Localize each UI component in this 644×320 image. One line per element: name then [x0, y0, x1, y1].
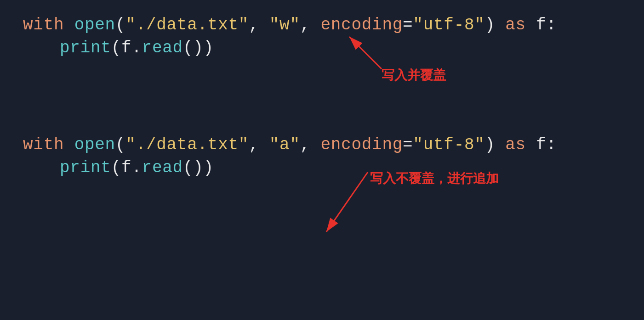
paren-read-2: ()): [183, 158, 214, 177]
main-container: with open("./data.txt", "w", encoding="u…: [0, 0, 644, 203]
str-mode-2: "a": [269, 135, 300, 154]
space-f-1: [526, 16, 536, 34]
paren-open-2: (: [115, 135, 125, 154]
var-f-2b: f: [121, 158, 131, 177]
space-2: [64, 135, 74, 154]
dot-2: .: [131, 158, 142, 177]
var-f-2: f: [536, 135, 546, 154]
str-path-1: "./data.txt": [125, 16, 249, 34]
var-f-1b: f: [121, 39, 131, 57]
comma-3: ,: [249, 135, 269, 154]
keyword-with-1: with: [23, 16, 64, 34]
paren-close-2: ): [485, 135, 506, 154]
paren-print-2: (: [111, 158, 121, 177]
comma-4: ,: [300, 135, 321, 154]
param-encoding-2: encoding: [320, 135, 403, 154]
keyword-with-2: with: [23, 135, 64, 154]
paren-print-1: (: [111, 39, 121, 57]
colon-1: :: [547, 16, 557, 34]
fn-print-1: print: [60, 39, 111, 57]
fn-open-2: open: [74, 135, 115, 154]
colon-2: :: [547, 135, 557, 154]
code-line-2-1: with open("./data.txt", "a", encoding="u…: [23, 134, 621, 157]
paren-open-1: (: [115, 16, 125, 34]
comma-1: ,: [249, 16, 269, 34]
fn-open-1: open: [74, 16, 115, 34]
kw-as-1: as: [505, 16, 526, 34]
str-path-2: "./data.txt": [125, 135, 249, 154]
fn-read-2: read: [142, 158, 183, 177]
fn-print-2: print: [60, 158, 111, 177]
kw-as-2: as: [505, 135, 526, 154]
fn-read-1: read: [142, 39, 183, 57]
paren-close-1: ): [485, 16, 506, 34]
paren-read-1: ()): [183, 39, 214, 57]
str-mode-1: "w": [269, 16, 300, 34]
space-1: [64, 16, 74, 34]
var-f-1: f: [536, 16, 546, 34]
annotation-top: 写入并覆盖: [382, 67, 446, 84]
str-enc-1: "utf-8": [413, 16, 484, 34]
annotation-bottom: 写入不覆盖，进行追加: [370, 170, 499, 187]
space-f-2: [526, 135, 536, 154]
svg-line-3: [326, 172, 368, 232]
str-enc-2: "utf-8": [413, 135, 484, 154]
arrow-1: [303, 28, 418, 101]
svg-line-1: [349, 37, 382, 69]
eq-2: =: [403, 135, 413, 154]
dot-1: .: [131, 39, 142, 57]
